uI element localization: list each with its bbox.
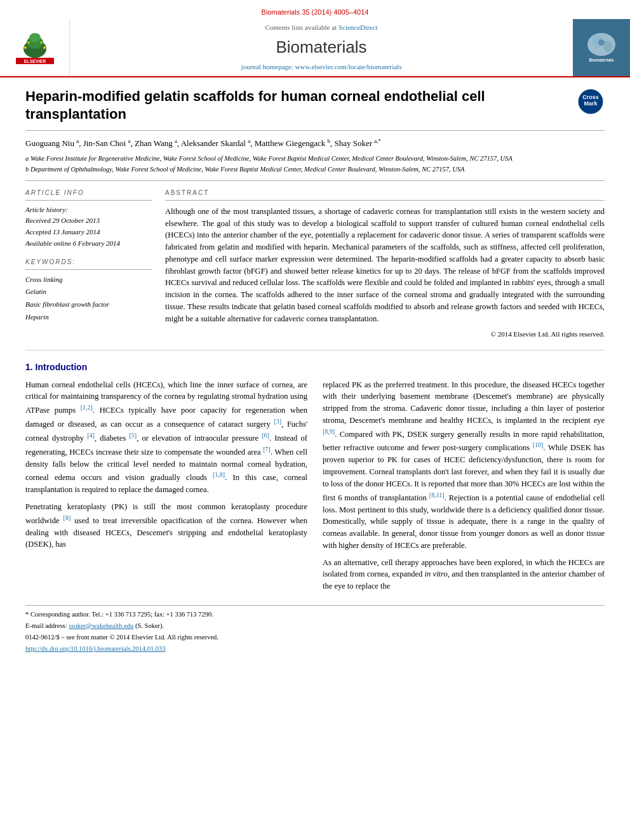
keyword-2: Gelatin: [25, 286, 152, 298]
biomaterials-cover-icon: Biomaterials: [576, 22, 627, 73]
body-right-col: replaced PK as the preferred treatment. …: [323, 379, 605, 597]
svg-text:Mark: Mark: [584, 100, 598, 107]
affiliation-a: a Wake Forest Institute for Regenerative…: [25, 154, 605, 163]
intro-para-2: Penetrating keratoplasty (PK) is still t…: [25, 501, 307, 550]
keyword-3: Basic fibroblast growth factor: [25, 298, 152, 311]
svg-point-4: [24, 46, 27, 49]
article-info-title: ARTICLE INFO: [25, 189, 152, 201]
article-info-section: ARTICLE INFO Article history: Received 2…: [25, 189, 152, 249]
elsevier-logo-area: ELSEVIER: [0, 19, 70, 76]
abstract-section: ABSTRACT Although one of the most transp…: [165, 189, 605, 340]
svg-text:Cross: Cross: [582, 94, 599, 100]
abstract-col: ABSTRACT Although one of the most transp…: [165, 189, 605, 340]
elsevier-tree-icon: ELSEVIER: [13, 30, 57, 65]
crossmark-icon: Cross Mark: [578, 89, 603, 114]
email-label: E-mail address:: [25, 622, 67, 629]
footnote-corresponding: * Corresponding author. Tel.: +1 336 713…: [25, 610, 605, 619]
intro-para-3: replaced PK as the preferred treatment. …: [323, 379, 605, 552]
affiliations: a Wake Forest Institute for Regenerative…: [25, 154, 605, 174]
intro-section: 1. Introduction Human corneal endothelia…: [25, 361, 605, 597]
journal-header: Biomaterials 35 (2014) 4005–4014: [0, 0, 630, 77]
doi-value: http://dx.doi.org/10.1016/j.biomaterials…: [25, 645, 166, 652]
abstract-title: ABSTRACT: [165, 189, 605, 201]
intro-para-4: As an alternative, cell therapy approach…: [323, 557, 605, 592]
article-title: Heparin-modified gelatin scaffolds for h…: [25, 88, 559, 124]
article-info-abstract-section: ARTICLE INFO Article history: Received 2…: [25, 180, 605, 340]
keyword-1: Cross linking: [25, 274, 152, 286]
intro-heading: 1. Introduction: [25, 361, 605, 373]
footnote-area: * Corresponding author. Tel.: +1 336 713…: [25, 605, 605, 654]
journal-header-inner: ELSEVIER Contents lists available at Sci…: [0, 19, 630, 76]
journal-title: Biomaterials: [276, 36, 366, 60]
keywords-section: Keywords: Cross linking Gelatin Basic fi…: [25, 258, 152, 324]
sciencedirect-label: ScienceDirect: [338, 23, 378, 31]
journal-ref-text: Biomaterials 35 (2014) 4005–4014: [262, 8, 369, 16]
accepted-date: Accepted 13 January 2014: [25, 227, 152, 238]
sciencedirect-link[interactable]: ScienceDirect: [338, 23, 378, 31]
available-date: Available online 6 February 2014: [25, 238, 152, 250]
article-content: Heparin-modified gelatin scaffolds for h…: [0, 77, 630, 666]
email-suffix: (S. Soker).: [135, 622, 164, 629]
journal-homepage: journal homepage: www.elsevier.com/locat…: [241, 62, 402, 72]
svg-text:Biomaterials: Biomaterials: [589, 58, 613, 62]
sciencedirect-line: Contents lists available at ScienceDirec…: [265, 23, 377, 33]
authors-line: Guoguang Niu a, Jin-San Choi a, Zhan Wan…: [25, 137, 605, 150]
svg-point-14: [598, 39, 605, 46]
received-date: Received 29 October 2013: [25, 215, 152, 227]
footnote-issn: 0142-9612/$ – see front matter © 2014 El…: [25, 632, 605, 642]
svg-point-13: [603, 41, 612, 52]
elsevier-logo: ELSEVIER: [13, 30, 57, 65]
journal-ref-line: Biomaterials 35 (2014) 4005–4014: [0, 5, 630, 19]
email-value: ssoker@wakehealth.edu: [69, 622, 133, 629]
history-label: Article history:: [25, 204, 152, 216]
article-history: Article history: Received 29 October 201…: [25, 204, 152, 249]
journal-center: Contents lists available at ScienceDirec…: [70, 19, 573, 76]
footnote-doi: http://dx.doi.org/10.1016/j.biomaterials…: [25, 644, 605, 653]
email-link[interactable]: ssoker@wakehealth.edu: [69, 622, 133, 629]
contents-note: Contents lists available at: [265, 23, 337, 31]
biomaterials-logo-area: Biomaterials: [573, 19, 630, 76]
keywords-title: Keywords:: [25, 258, 152, 270]
keywords-list: Cross linking Gelatin Basic fibroblast g…: [25, 274, 152, 324]
intro-para-1: Human corneal endothelial cells (HCECs),…: [25, 379, 307, 497]
doi-link[interactable]: http://dx.doi.org/10.1016/j.biomaterials…: [25, 645, 166, 652]
affiliation-b: b Department of Ophthalmology, Wake Fore…: [25, 164, 605, 174]
keyword-4: Heparin: [25, 311, 152, 324]
copyright-line: © 2014 Elsevier Ltd. All rights reserved…: [165, 330, 605, 340]
footnote-email: E-mail address: ssoker@wakehealth.edu (S…: [25, 621, 605, 630]
body-two-col: Human corneal endothelial cells (HCECs),…: [25, 379, 605, 597]
svg-point-6: [27, 42, 29, 44]
crossmark-logo: Cross Mark: [576, 88, 605, 116]
abstract-text: Although one of the most transplanted ti…: [165, 206, 605, 325]
svg-point-5: [43, 46, 46, 49]
body-left-col: Human corneal endothelial cells (HCECs),…: [25, 379, 307, 597]
svg-text:ELSEVIER: ELSEVIER: [23, 59, 46, 63]
article-title-area: Heparin-modified gelatin scaffolds for h…: [25, 88, 605, 131]
svg-point-3: [29, 33, 41, 42]
article-info-col: ARTICLE INFO Article history: Received 2…: [25, 189, 152, 340]
svg-point-7: [40, 42, 42, 44]
section-separator: [25, 350, 605, 350]
